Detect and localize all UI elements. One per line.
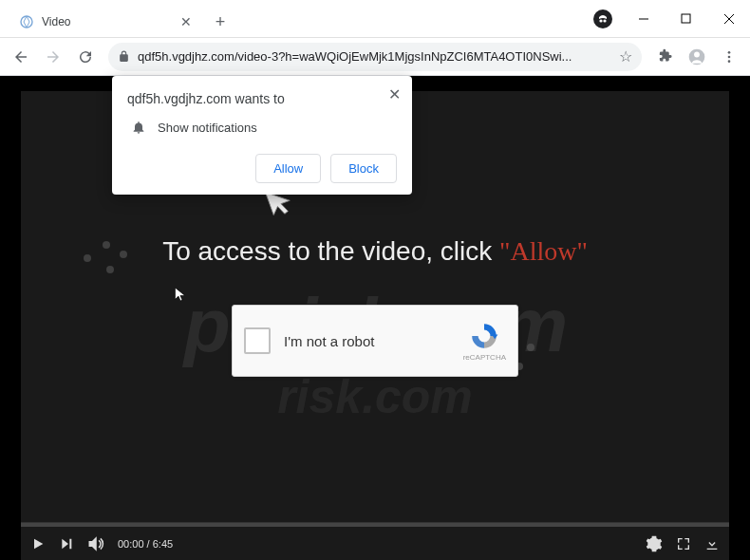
maximize-button[interactable]: [665, 0, 707, 37]
video-controls: 00:00 / 6:45: [21, 522, 729, 560]
notification-permission-popup: ✕ qdf5h.vgdjhz.com wants to Show notific…: [112, 76, 412, 195]
svg-point-2: [603, 19, 606, 22]
recaptcha-checkbox[interactable]: [244, 327, 271, 354]
menu-button[interactable]: [714, 42, 744, 72]
bookmark-star-icon[interactable]: ☆: [619, 47, 632, 65]
recaptcha-widget: I'm not a robot reCAPTCHA: [232, 305, 518, 377]
block-button[interactable]: Block: [330, 154, 397, 183]
bell-icon: [131, 120, 146, 135]
reload-button[interactable]: [70, 42, 101, 72]
lock-icon: [118, 50, 130, 63]
favicon-icon: [19, 14, 34, 29]
svg-point-11: [728, 60, 731, 63]
tab-close-button[interactable]: ✕: [177, 12, 196, 31]
settings-button[interactable]: [646, 535, 663, 552]
svg-point-0: [21, 16, 32, 28]
forward-button[interactable]: [38, 42, 68, 72]
new-tab-button[interactable]: +: [207, 8, 234, 37]
svg-point-10: [728, 55, 731, 58]
svg-rect-4: [682, 14, 690, 23]
svg-point-9: [728, 51, 731, 54]
close-window-button[interactable]: [707, 0, 750, 37]
back-button[interactable]: [6, 42, 36, 72]
recaptcha-label: I'm not a robot: [284, 333, 463, 349]
instruction-prefix: To access to the video, click: [162, 236, 499, 266]
profile-button[interactable]: [682, 42, 712, 72]
download-button[interactable]: [704, 536, 720, 551]
instruction-text: To access to the video, click "Allow": [162, 236, 588, 267]
profile-badge[interactable]: [584, 0, 622, 37]
fullscreen-button[interactable]: [676, 536, 691, 551]
tab-title: Video: [42, 15, 169, 28]
current-time: 00:00: [118, 538, 144, 550]
browser-toolbar: qdf5h.vgdjhz.com/video-3?h=waWQiOjEwMjk1…: [0, 38, 750, 76]
popup-title: qdf5h.vgdjhz.com wants to: [127, 91, 397, 106]
allow-button[interactable]: Allow: [255, 154, 321, 183]
url-text: qdf5h.vgdjhz.com/video-3?h=waWQiOjEwMjk1…: [138, 49, 611, 64]
window-controls: [622, 0, 750, 37]
recaptcha-brand: reCAPTCHA: [463, 353, 506, 362]
cursor-icon: [174, 285, 187, 304]
next-button[interactable]: [59, 536, 74, 551]
permission-label: Show notifications: [158, 121, 257, 135]
window-titlebar: Video ✕ +: [0, 0, 750, 38]
volume-button[interactable]: [87, 535, 104, 552]
instruction-allow-word: "Allow": [499, 236, 588, 266]
recaptcha-logo: reCAPTCHA: [463, 321, 506, 362]
minimize-button[interactable]: [622, 0, 665, 37]
extensions-button[interactable]: [649, 42, 680, 72]
play-button[interactable]: [30, 536, 46, 551]
address-bar[interactable]: qdf5h.vgdjhz.com/video-3?h=waWQiOjEwMjk1…: [108, 43, 642, 71]
svg-point-1: [599, 19, 602, 22]
svg-point-8: [694, 51, 700, 57]
popup-close-button[interactable]: ✕: [388, 85, 401, 103]
time-display: 00:00 / 6:45: [118, 538, 173, 550]
browser-tab[interactable]: Video ✕: [8, 6, 207, 37]
duration: 6:45: [153, 538, 173, 550]
